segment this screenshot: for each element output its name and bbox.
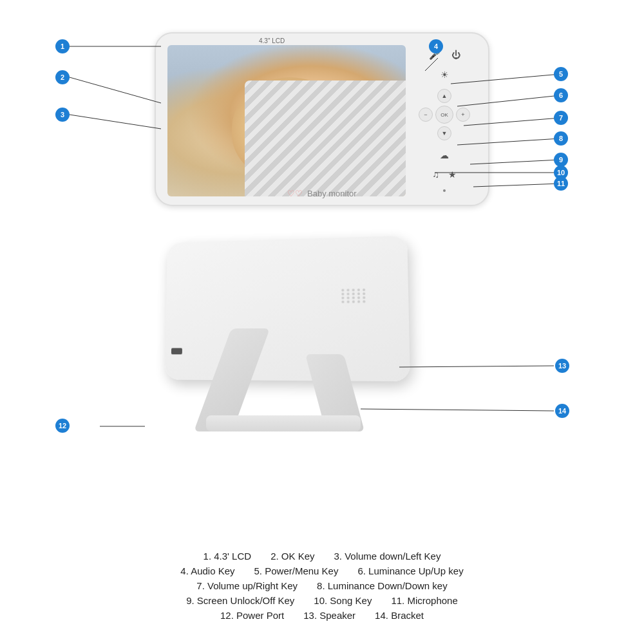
dpad-up-button[interactable]: ▲ [437, 89, 451, 103]
legend: 1. 4.3' LCD 2. OK Key 3. Volume down/Lef… [39, 551, 605, 625]
legend-row-1: 1. 4.3' LCD 2. OK Key 3. Volume down/Lef… [39, 551, 605, 562]
song-icon[interactable]: ♫ [432, 169, 439, 180]
speaker-dot [357, 300, 360, 303]
legend-item-9: 9. Screen Unlock/Off Key [186, 595, 294, 606]
callout-7: 7 [554, 111, 568, 125]
legend-item-11: 11. Microphone [391, 595, 457, 606]
speaker-dot [363, 300, 365, 303]
star-icon[interactable]: ★ [448, 169, 457, 180]
callout-8: 8 [554, 131, 568, 146]
callout-5: 5 [554, 67, 568, 81]
dpad-right-button[interactable]: + [456, 108, 470, 122]
legend-item-3: 3. Volume down/Left Key [334, 551, 441, 562]
brightness-up-icon[interactable]: ☀ [440, 70, 449, 80]
speaker-dot [363, 292, 365, 295]
callout-9: 9 [554, 153, 568, 167]
brand-label: Baby monitor [307, 189, 357, 198]
legend-item-13: 13. Speaker [303, 610, 355, 621]
callout-6: 6 [554, 88, 568, 102]
speaker-dot [363, 296, 365, 299]
bracket-base [206, 415, 361, 431]
speaker-dot [357, 292, 360, 295]
legend-item-1: 1. 4.3' LCD [204, 551, 252, 562]
brightness-down-row: ☁ [412, 150, 477, 160]
speaker-dot [341, 297, 344, 299]
speaker-dot [363, 289, 365, 291]
callout-11: 11 [554, 176, 568, 191]
usb-port [171, 348, 182, 354]
legend-item-7: 7. Volume up/Right Key [196, 580, 298, 591]
back-diagram [97, 238, 547, 457]
baby-image [167, 45, 406, 196]
legend-item-6: 6. Luminance Up/Up key [357, 565, 463, 576]
monitor-front: 4.3" LCD ♡♡ Baby monitor 🎤 ⏻ [155, 32, 489, 206]
callout-13: 13 [555, 359, 569, 373]
legend-item-4: 4. Audio Key [180, 565, 234, 576]
speaker-dot [352, 300, 355, 303]
legend-item-10: 10. Song Key [314, 595, 372, 606]
dpad: − OK + ▲ ▼ [419, 89, 470, 140]
callout-2: 2 [55, 70, 70, 84]
control-panel: 🎤 ⏻ ☀ − OK + ▲ ▼ ☁ [412, 45, 477, 196]
monitor-screen [167, 45, 406, 196]
legend-item-14: 14. Bracket [375, 610, 424, 621]
heart-icon: ♡♡ [287, 189, 303, 198]
callout-3: 3 [55, 108, 70, 122]
speaker-dot [357, 296, 360, 299]
callout-1: 1 [55, 39, 70, 53]
brand-text: ♡♡ Baby monitor [287, 189, 356, 198]
speaker-dot [341, 293, 344, 296]
speaker-dot [347, 301, 350, 303]
speaker-dot [352, 296, 355, 299]
callout-4: 4 [429, 39, 443, 53]
top-ctrl-row: 🎤 ⏻ [412, 50, 477, 60]
speaker-dot [352, 289, 355, 291]
lcd-label: 4.3" LCD [259, 37, 285, 44]
page-container: 4.3" LCD ♡♡ Baby monitor 🎤 ⏻ [0, 0, 644, 644]
callout-14: 14 [555, 404, 569, 418]
legend-row-3: 7. Volume up/Right Key 8. Luminance Down… [39, 580, 605, 591]
dpad-down-button[interactable]: ▼ [437, 126, 451, 140]
legend-item-2: 2. OK Key [270, 551, 314, 562]
speaker-grille [341, 289, 368, 315]
monitor-back [161, 238, 431, 431]
legend-row-5: 12. Power Port 13. Speaker 14. Bracket [39, 610, 605, 621]
microphone-dot [443, 189, 446, 192]
brightness-down-icon[interactable]: ☁ [440, 150, 449, 160]
speaker-dot [346, 289, 349, 291]
legend-row-4: 9. Screen Unlock/Off Key 10. Song Key 11… [39, 595, 605, 606]
speaker-dot [347, 297, 350, 299]
bottom-ctrl-row: ♫ ★ [412, 169, 477, 180]
brightness-up-row: ☀ [412, 70, 477, 80]
dpad-ok-button[interactable]: OK [435, 106, 453, 124]
speaker-dot [341, 301, 344, 303]
dpad-left-button[interactable]: − [419, 108, 433, 122]
legend-row-2: 4. Audio Key 5. Power/Menu Key 6. Lumina… [39, 565, 605, 576]
speaker-dot [346, 292, 349, 295]
legend-item-12: 12. Power Port [220, 610, 284, 621]
baby-blanket [245, 80, 406, 196]
speaker-dot-grid [341, 289, 368, 303]
callout-12: 12 [55, 419, 70, 433]
legend-item-8: 8. Luminance Down/Down key [317, 580, 448, 591]
speaker-dot [341, 289, 344, 292]
front-diagram: 4.3" LCD ♡♡ Baby monitor 🎤 ⏻ [122, 19, 522, 219]
power-icon[interactable]: ⏻ [451, 50, 460, 60]
bracket [200, 316, 367, 431]
speaker-dot [352, 292, 355, 295]
speaker-dot [357, 289, 360, 291]
legend-item-5: 5. Power/Menu Key [254, 565, 339, 576]
